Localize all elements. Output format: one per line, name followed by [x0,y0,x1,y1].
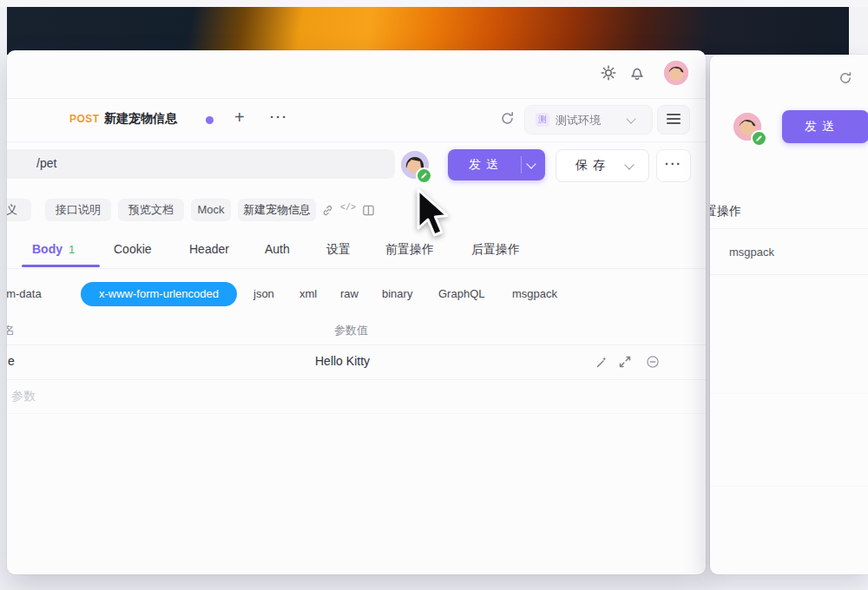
topbar-divider [7,98,706,99]
doc-tab-preview[interactable]: 预览文档 [118,199,184,221]
top-strip [0,0,868,7]
body-type-binary[interactable]: binary [382,282,412,306]
tab-pre-operations[interactable]: 前置操作 [385,242,434,258]
url-path: /pet [36,156,56,170]
unsaved-dot [206,116,214,124]
chevron-down-icon [526,159,536,168]
editing-badge-icon [416,167,432,184]
body-type-json[interactable]: json [253,282,274,306]
save-button-label: 保存 [575,158,610,174]
chevron-down-icon [626,114,635,123]
divider [710,274,868,275]
mouse-cursor [416,188,449,240]
tab-post-operations[interactable]: 后置操作 [471,242,520,258]
divider [710,393,868,394]
environment-badge: 测 [536,113,549,127]
save-button[interactable]: 保存 [556,149,649,182]
send-button-label: 发送 [469,157,503,173]
tab-settings[interactable]: 设置 [326,242,351,258]
divider [710,228,868,229]
settings-gear-icon[interactable] [600,64,617,82]
tab-cookie[interactable]: Cookie [114,242,152,256]
body-type-form-data[interactable]: form-data [7,282,42,306]
tab-header[interactable]: Header [189,242,229,256]
split-panel-icon[interactable] [362,204,375,217]
expand-icon[interactable] [618,355,632,369]
user-avatar[interactable] [664,61,688,85]
hamburger-icon [667,114,681,115]
desktop-wallpaper-edge [849,7,868,55]
request-method-label: POST [69,113,100,125]
tab-auth[interactable]: Auth [265,242,290,256]
environment-label: 测试环境 [556,113,601,128]
add-tab-button[interactable]: + [234,108,245,128]
main-app-window: 览 POST 新建宠物信息 + ··· 测 测试环境 /pet [7,50,706,574]
param-name-header: 名 [7,323,15,338]
param-value-header: 参数值 [334,323,368,338]
more-actions-button[interactable]: ··· [656,149,691,182]
link-icon[interactable] [321,204,334,217]
doc-tab-run[interactable]: 新建宠物信息 [238,199,316,221]
body-type-raw[interactable]: raw [340,282,358,306]
doc-tab-definition[interactable]: 定义 [7,199,31,221]
environment-menu-button[interactable] [657,105,690,134]
send-button[interactable]: 发送 [782,110,868,143]
desktop-wallpaper [7,7,849,55]
remove-row-icon[interactable] [646,355,660,369]
body-type-graphql[interactable]: GraphQL [438,282,484,306]
screenshot-root: 览 POST 新建宠物信息 + ··· 测 测试环境 /pet [0,0,868,590]
magic-wand-icon[interactable] [595,355,608,369]
refresh-icon[interactable] [500,111,515,126]
param-name-cell[interactable]: e [8,354,15,368]
notifications-bell-icon[interactable] [628,64,646,82]
request-tab-title[interactable]: 新建宠物信息 [104,111,177,127]
more-tabs-button[interactable]: ··· [270,109,288,124]
operations-tab-clipped[interactable]: 置操作 [710,204,741,220]
tab-clipped[interactable]: 览 [7,111,30,128]
code-icon[interactable]: </> [340,203,356,213]
body-count-badge: 1 [69,243,75,256]
body-type-msgpack[interactable]: msgpack [512,282,557,306]
tab-body[interactable]: Body [32,242,62,256]
send-button[interactable]: 发送 [448,149,545,180]
url-input[interactable]: /pet [7,149,395,179]
active-tab-underline [22,265,100,267]
send-button-label: 发送 [805,119,839,134]
divider [710,486,868,487]
body-type-xml[interactable]: xml [299,282,317,306]
tabbar-divider [7,141,706,142]
doc-tab-description[interactable]: 接口说明 [45,199,111,221]
chevron-down-icon [624,160,634,169]
editing-badge-icon [751,130,767,147]
body-type-msgpack[interactable]: msgpack [729,246,774,259]
add-param-placeholder[interactable]: 参数 [11,389,36,404]
body-type-urlencoded-selected[interactable]: x-www-form-urlencoded [81,282,237,306]
refresh-icon[interactable] [838,71,852,85]
environment-selector[interactable]: 测 测试环境 [524,105,653,134]
secondary-app-window: 发送 置操作 msgpack [710,55,868,574]
param-value-cell[interactable]: Hello Kitty [315,354,370,368]
request-tabs-divider [7,268,706,269]
doc-tab-mock[interactable]: Mock [191,199,231,221]
